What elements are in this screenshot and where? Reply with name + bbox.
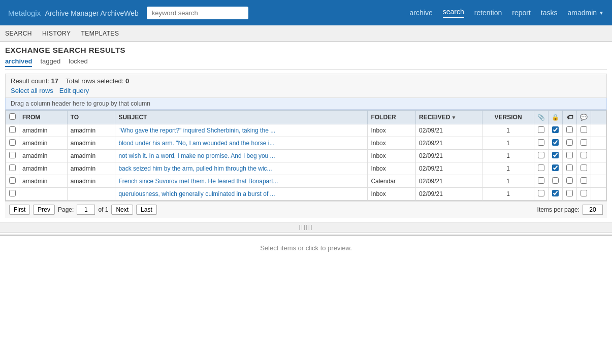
prev-page-button[interactable]: Prev bbox=[33, 205, 55, 215]
row-to: amadmin bbox=[67, 175, 115, 188]
col-header-extra bbox=[591, 111, 606, 124]
row-subject[interactable]: not wish it. In a word, I make no promis… bbox=[115, 150, 368, 162]
row-from bbox=[19, 188, 68, 201]
row-checkbox[interactable] bbox=[9, 139, 16, 146]
filter-tab-locked[interactable]: locked bbox=[69, 57, 88, 67]
divider-handle: |||||| bbox=[299, 224, 313, 230]
row-checkbox[interactable] bbox=[9, 126, 16, 133]
row-tag[interactable] bbox=[563, 137, 577, 150]
row-attachment[interactable] bbox=[534, 162, 549, 175]
row-checked-status[interactable] bbox=[549, 188, 563, 201]
results-table-container: FROM TO SUBJECT FOLDER RECEIVED ▼ VERSIO… bbox=[5, 110, 607, 201]
row-version: 1 bbox=[482, 175, 534, 188]
row-tag[interactable] bbox=[563, 188, 577, 201]
filter-tab-tagged[interactable]: tagged bbox=[40, 57, 60, 67]
row-received: 02/09/21 bbox=[416, 188, 482, 201]
items-per-page-label: Items per page: bbox=[537, 206, 579, 213]
row-subject[interactable]: "Who gave the report?" inquired Shcherbi… bbox=[115, 124, 368, 137]
row-checked-status[interactable] bbox=[549, 124, 563, 137]
row-attachment[interactable] bbox=[534, 175, 549, 188]
row-folder: Inbox bbox=[368, 162, 416, 175]
table-row: amadminamadminback seized him by the arm… bbox=[6, 162, 606, 175]
row-checkbox[interactable] bbox=[9, 190, 16, 196]
row-comment[interactable] bbox=[577, 188, 591, 201]
edit-query-link[interactable]: Edit query bbox=[59, 87, 89, 94]
brand-logo: Metalogix Archive Manager ArchiveWeb bbox=[8, 9, 139, 17]
row-checkbox[interactable] bbox=[9, 164, 16, 171]
nav-link-archive[interactable]: archive bbox=[410, 9, 433, 17]
row-checked-status[interactable] bbox=[549, 162, 563, 175]
chevron-down-icon: ▼ bbox=[599, 10, 604, 16]
nav-link-report[interactable]: report bbox=[512, 9, 531, 17]
sub-nav-search[interactable]: SEARCH bbox=[5, 30, 32, 37]
nav-link-tasks[interactable]: tasks bbox=[541, 9, 558, 17]
row-subject[interactable]: French since Suvorov met them. He feared… bbox=[115, 175, 368, 188]
table-body: amadminamadmin"Who gave the report?" inq… bbox=[6, 124, 606, 201]
preview-divider[interactable]: |||||| bbox=[0, 222, 612, 233]
items-per-page-input[interactable] bbox=[583, 205, 603, 215]
page-title: EXCHANGE SEARCH RESULTS bbox=[5, 46, 607, 54]
row-attachment[interactable] bbox=[534, 124, 549, 137]
result-count-line: Result count: 17 Total rows selected: 0 bbox=[11, 77, 601, 85]
result-links: Select all rows Edit query bbox=[11, 87, 601, 94]
nav-link-amadmin[interactable]: amadmin ▼ bbox=[568, 9, 604, 17]
row-comment[interactable] bbox=[577, 150, 591, 162]
table-row: querulousness, which generally culminate… bbox=[6, 188, 606, 201]
filter-tab-archived[interactable]: archived bbox=[5, 57, 32, 67]
col-header-from[interactable]: FROM bbox=[19, 111, 68, 124]
row-tag[interactable] bbox=[563, 162, 577, 175]
next-page-button[interactable]: Next bbox=[111, 205, 133, 215]
app-name: Archive Manager ArchiveWeb bbox=[45, 9, 139, 17]
col-header-version[interactable]: VERSION bbox=[482, 111, 534, 124]
row-checked-status[interactable] bbox=[549, 137, 563, 150]
select-all-checkbox[interactable] bbox=[9, 113, 16, 120]
col-header-received[interactable]: RECEIVED ▼ bbox=[416, 111, 482, 124]
row-folder: Inbox bbox=[368, 150, 416, 162]
row-folder: Inbox bbox=[368, 137, 416, 150]
col-header-subject[interactable]: SUBJECT bbox=[115, 111, 368, 124]
nav-link-search[interactable]: search bbox=[443, 8, 464, 18]
row-to: amadmin bbox=[67, 124, 115, 137]
col-header-checkbox[interactable] bbox=[6, 111, 19, 124]
sub-nav-templates[interactable]: TEMPLATES bbox=[81, 30, 119, 37]
col-header-comment: 💬 bbox=[577, 111, 591, 124]
sub-nav-history[interactable]: HISTORY bbox=[42, 30, 71, 37]
col-header-attachment: 📎 bbox=[534, 111, 549, 124]
last-page-button[interactable]: Last bbox=[136, 205, 157, 215]
row-subject[interactable]: blood under his arm. "No, I am wounded a… bbox=[115, 137, 368, 150]
row-tag[interactable] bbox=[563, 175, 577, 188]
preview-area: Select items or click to preview. bbox=[0, 235, 612, 260]
row-comment[interactable] bbox=[577, 162, 591, 175]
row-tag[interactable] bbox=[563, 150, 577, 162]
row-subject[interactable]: querulousness, which generally culminate… bbox=[115, 188, 368, 201]
sub-navigation: SEARCH HISTORY TEMPLATES bbox=[0, 25, 612, 42]
row-to bbox=[67, 188, 115, 201]
main-content: EXCHANGE SEARCH RESULTS archived tagged … bbox=[0, 42, 612, 222]
row-comment[interactable] bbox=[577, 175, 591, 188]
page-number-input[interactable] bbox=[77, 205, 95, 215]
col-header-folder[interactable]: FOLDER bbox=[368, 111, 416, 124]
row-attachment[interactable] bbox=[534, 137, 549, 150]
row-tag[interactable] bbox=[563, 124, 577, 137]
row-extra bbox=[591, 188, 606, 201]
received-sort-arrow: ▼ bbox=[451, 115, 456, 120]
row-checked-status[interactable] bbox=[549, 150, 563, 162]
row-attachment[interactable] bbox=[534, 150, 549, 162]
col-header-to[interactable]: TO bbox=[67, 111, 115, 124]
keyword-search-input[interactable] bbox=[147, 7, 248, 19]
first-page-button[interactable]: First bbox=[9, 205, 30, 215]
row-comment[interactable] bbox=[577, 124, 591, 137]
row-from: amadmin bbox=[19, 175, 68, 188]
total-rows-value: 0 bbox=[125, 77, 129, 85]
col-header-tag: 🏷 bbox=[563, 111, 577, 124]
row-received: 02/09/21 bbox=[416, 162, 482, 175]
row-checkbox[interactable] bbox=[9, 152, 16, 158]
row-received: 02/09/21 bbox=[416, 124, 482, 137]
nav-link-retention[interactable]: retention bbox=[474, 9, 502, 17]
select-all-rows-link[interactable]: Select all rows bbox=[11, 87, 53, 94]
row-checked-status[interactable] bbox=[549, 175, 563, 188]
row-comment[interactable] bbox=[577, 137, 591, 150]
row-checkbox[interactable] bbox=[9, 177, 16, 184]
row-attachment[interactable] bbox=[534, 188, 549, 201]
row-subject[interactable]: back seized him by the arm, pulled him t… bbox=[115, 162, 368, 175]
